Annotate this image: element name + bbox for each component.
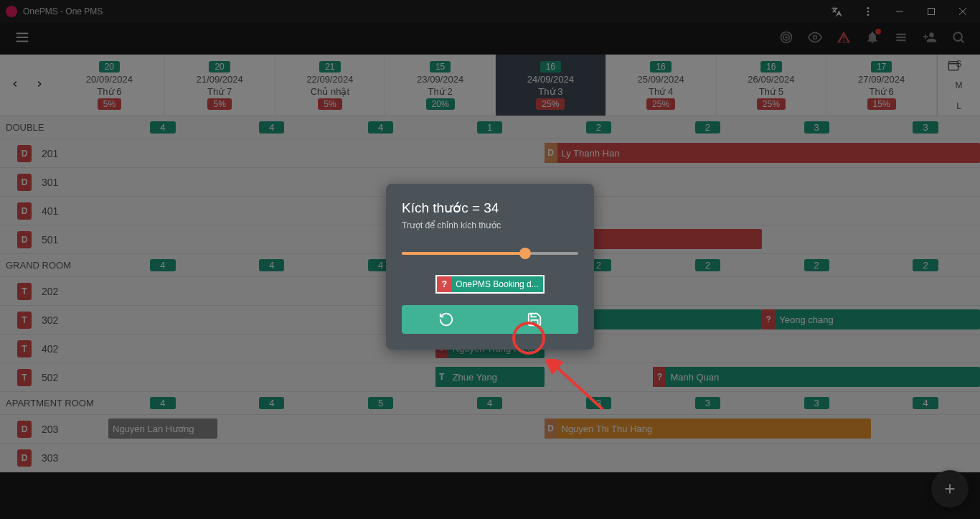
slider-fill <box>402 252 525 255</box>
size-slider[interactable] <box>402 246 578 261</box>
preview: ? OnePMS Booking d... <box>402 275 578 294</box>
dialog-subtitle: Trượt để chỉnh kích thước <box>402 220 578 230</box>
slider-thumb[interactable] <box>519 248 531 259</box>
save-button[interactable] <box>490 305 578 334</box>
preview-badge-icon: ? <box>437 276 451 292</box>
reset-button[interactable] <box>402 305 490 334</box>
dialog-title: Kích thước = 34 <box>402 200 578 216</box>
preview-badge-text: OnePMS Booking d... <box>451 279 542 289</box>
size-dialog: Kích thước = 34 Trượt để chỉnh kích thướ… <box>386 184 594 350</box>
